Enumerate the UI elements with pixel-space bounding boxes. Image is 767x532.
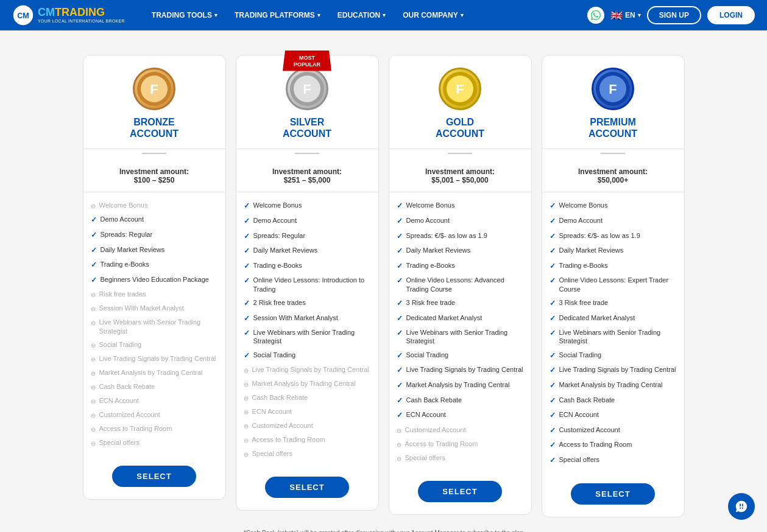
check-icon: ✓ [550, 262, 556, 271]
select-button[interactable]: SELECT [265, 477, 348, 498]
check-icon: ✓ [244, 329, 250, 338]
check-icon: ✓ [550, 456, 556, 466]
feature-item: ✓ Daily Market Reviews [91, 243, 218, 258]
feature-item: ✓ Online Video Lessons: Introduction to … [244, 273, 371, 296]
feature-item: ✓ ECN Account [550, 408, 677, 423]
nav-trading-tools[interactable]: TRADING TOOLS ▾ [143, 0, 226, 30]
account-title: BRONZEACCOUNT [93, 116, 216, 139]
feature-item: ✓ Live Webinars with Senior Trading Stra… [397, 326, 524, 348]
account-title: SILVERACCOUNT [246, 116, 369, 139]
select-button[interactable]: SELECT [112, 466, 196, 487]
feature-item: ⊖ Special offers [244, 447, 371, 461]
select-button[interactable]: SELECT [571, 483, 654, 505]
feature-item: ⊖ Access to Trading Room [244, 433, 371, 447]
feature-item: ⊖ Social Trading [91, 338, 218, 352]
feature-item: ✓ Welcome Bonus [244, 198, 371, 214]
feature-item: ✓ Welcome Bonus [397, 198, 524, 214]
card-header: F PREMIUMACCOUNT [542, 55, 684, 149]
nav-education[interactable]: EDUCATION ▾ [329, 0, 394, 30]
feature-item: ⊖ Session With Market Analyst [91, 301, 218, 315]
feature-item: ✓ Trading e-Books [397, 259, 524, 274]
chevron-down-icon: ▾ [638, 12, 641, 18]
feature-item: ⊖ Cash Back Rebate [91, 380, 218, 394]
account-card-bronze: F BRONZEACCOUNT Investment amount: $100 … [83, 55, 226, 500]
feature-item: ⊖ Welcome Bonus [91, 198, 218, 212]
divider [295, 153, 319, 154]
feature-item: ✓ Trading e-Books [550, 259, 677, 274]
feature-item: ✓ ECN Account [397, 408, 524, 423]
nav-our-company[interactable]: OUR COMPANY ▾ [394, 0, 472, 30]
header-right: 🇬🇧 EN ▾ Sign Up Login [587, 6, 755, 24]
check-icon: ✓ [397, 381, 403, 391]
logo-subtitle: YOUR LOCAL INTERNATIONAL BROKER [38, 19, 125, 24]
check-icon: ✓ [397, 351, 403, 361]
language-selector[interactable]: 🇬🇧 EN ▾ [610, 10, 641, 21]
check-icon: ✓ [244, 262, 250, 271]
divider [448, 153, 472, 154]
footnote: *Cash Back (rebate) will be granted afte… [12, 530, 755, 532]
check-icon: ✓ [550, 411, 556, 421]
whatsapp-icon[interactable] [587, 7, 604, 24]
feature-item: ✓ Daily Market Reviews [244, 243, 371, 259]
feature-item: ✓ Trading e-Books [91, 257, 218, 273]
check-icon: ✓ [244, 201, 250, 211]
investment-amount: $50,000+ [551, 176, 675, 184]
feature-item: ✓ Spreads: €/$- as low as 1.9 [397, 229, 524, 244]
x-icon: ⊖ [91, 355, 96, 363]
x-icon: ⊖ [91, 291, 96, 299]
login-button[interactable]: Login [707, 6, 755, 24]
x-icon: ⊖ [91, 397, 96, 405]
feature-item: ✓ Spreads: Regular [244, 229, 371, 244]
investment-amount: $100 – $250 [93, 176, 216, 184]
features-list: ✓ Welcome Bonus ✓ Demo Account ✓ Spreads… [389, 192, 531, 471]
signup-button[interactable]: Sign Up [647, 6, 701, 24]
check-icon: ✓ [550, 381, 556, 391]
check-icon: ✓ [550, 366, 556, 376]
x-icon: ⊖ [91, 319, 96, 327]
feature-item: ⊖ Cash Back Rebate [244, 391, 371, 405]
check-icon: ✓ [550, 299, 556, 309]
feature-item: ✓ Access to Trading Room [550, 438, 677, 453]
feature-item: ⊖ Customized Account [397, 423, 524, 437]
x-icon: ⊖ [91, 305, 96, 313]
check-icon: ✓ [91, 215, 97, 225]
account-cards-container: F BRONZEACCOUNT Investment amount: $100 … [12, 55, 755, 517]
account-icon: F [286, 68, 328, 110]
check-icon: ✓ [244, 314, 250, 324]
x-icon: ⊖ [91, 369, 96, 377]
feature-item: ⊖ ECN Account [91, 394, 218, 408]
nav-trading-platforms[interactable]: TRADING PLATFORMS ▾ [226, 0, 329, 30]
feature-item: ✓ Live Trading Signals by Trading Centra… [397, 363, 524, 378]
feature-item: ⊖ Access to Trading Room [91, 422, 218, 436]
check-icon: ✓ [397, 262, 403, 271]
x-icon: ⊖ [91, 341, 96, 349]
feature-item: ✓ Social Trading [397, 348, 524, 363]
chat-button[interactable] [728, 493, 755, 520]
feature-item: ⊖ Live Trading Signals by Trading Centra… [91, 352, 218, 366]
feature-item: ✓ Live Trading Signals by Trading Centra… [550, 363, 677, 378]
chevron-down-icon: ▾ [383, 12, 386, 18]
account-icon: F [439, 68, 481, 110]
feature-item: ✓ Daily Market Reviews [397, 243, 524, 259]
investment-amount: $5,001 – $50,000 [398, 176, 522, 184]
account-title: GOLDACCOUNT [398, 116, 522, 139]
check-icon: ✓ [397, 411, 403, 421]
select-button[interactable]: SELECT [418, 481, 501, 502]
check-icon: ✓ [397, 247, 403, 256]
x-icon: ⊖ [91, 411, 96, 419]
check-icon: ✓ [550, 201, 556, 211]
feature-item: ⊖ Live Webinars with Senior Trading Stra… [91, 315, 218, 338]
feature-item: ✓ Customized Account [550, 423, 677, 438]
svg-text:CM: CM [17, 12, 29, 20]
features-list: ⊖ Welcome Bonus ✓ Demo Account ✓ Spreads… [83, 192, 225, 456]
check-icon: ✓ [397, 329, 403, 338]
logo[interactable]: CM CM TRADING YOUR LOCAL INTERNATIONAL B… [12, 4, 125, 26]
check-icon: ✓ [397, 217, 403, 226]
feature-item: ✓ Beginners Video Education Package [91, 273, 218, 288]
feature-item: ✓ Cash Back Rebate [397, 393, 524, 408]
feature-item: ⊖ Customized Account [91, 408, 218, 422]
logo-trading: TRADING [55, 7, 105, 19]
check-icon: ✓ [550, 441, 556, 450]
feature-item: ✓ Demo Account [397, 214, 524, 229]
check-icon: ✓ [550, 314, 556, 324]
